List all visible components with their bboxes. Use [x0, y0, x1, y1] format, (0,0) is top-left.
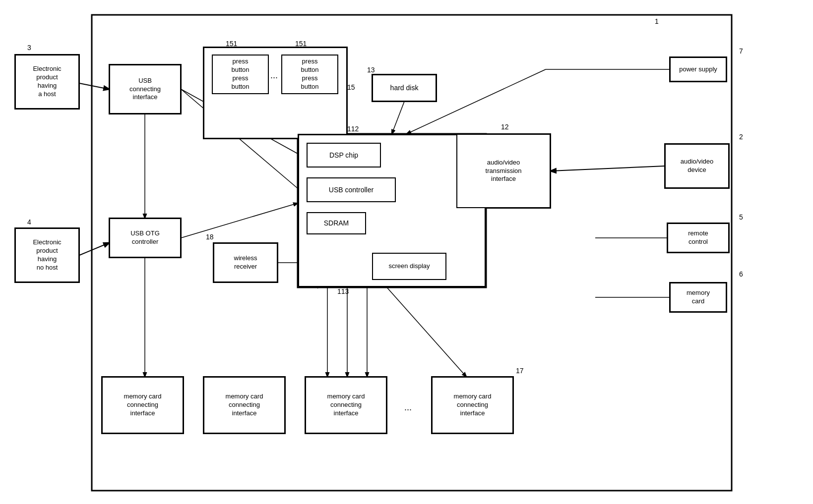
ref-2-label: 2	[739, 133, 743, 141]
ref-151a-label: 151	[226, 40, 237, 48]
power-supply-box: power supply	[670, 57, 727, 82]
press-button-group: pressbuttonpressbutton pressbuttonpressb…	[203, 47, 347, 139]
dsp-chip-box: DSP chip	[307, 143, 381, 168]
svg-line-36	[551, 166, 665, 171]
ref-3-label: 3	[27, 44, 31, 52]
usb-otg-controller-box: USB OTGcontroller	[109, 218, 181, 258]
svg-line-29	[79, 243, 109, 255]
usb-controller-box: USB controller	[307, 177, 396, 202]
wireless-receiver-box: wirelessreceiver	[213, 243, 278, 282]
svg-line-45	[387, 287, 466, 377]
ref-12-label: 12	[501, 123, 509, 131]
ref-113-label: 113	[337, 287, 349, 295]
ref-4-label: 4	[27, 218, 31, 226]
ref-17-label: 17	[516, 367, 524, 375]
ref-6-label: 6	[739, 270, 743, 278]
memory-card-interface-3-box: memory cardconnectinginterface	[305, 377, 387, 434]
memory-card-box: memorycard	[670, 282, 727, 312]
svg-text:...: ...	[404, 402, 412, 412]
screen-display-box: screen display	[372, 253, 446, 280]
remote-control-box: remotecontrol	[667, 223, 729, 253]
ref-1-label: 1	[655, 17, 659, 25]
memory-card-interface-1-box: memory cardconnectinginterface	[102, 377, 184, 434]
diagram-container: ... ... 1 2 3 4 5 6 7 11 12 13 14 15 16 …	[0, 0, 813, 504]
electronic-product-nohost-box: Electronicproducthavingno host	[15, 228, 79, 282]
audio-video-transmission-box: audio/videotransmissioninterface	[456, 134, 551, 208]
ref-112-label: 112	[347, 125, 359, 133]
ref-15-label: 15	[347, 83, 355, 91]
svg-line-33	[392, 102, 404, 134]
usb-connecting-interface-box: USBconnectinginterface	[109, 64, 181, 114]
ref-18-label: 18	[206, 233, 214, 241]
svg-line-26	[79, 83, 109, 89]
audio-video-device-box: audio/videodevice	[665, 144, 729, 188]
svg-line-31	[181, 203, 298, 238]
ref-151b-label: 151	[295, 40, 307, 48]
memory-card-interface-2-box: memory cardconnectinginterface	[203, 377, 285, 434]
sdram-box: SDRAM	[307, 212, 366, 234]
ref-13-label: 13	[367, 66, 375, 74]
ref-5-label: 5	[739, 213, 743, 221]
dots-press-btn: ...	[270, 70, 278, 81]
ref-7-label: 7	[739, 47, 743, 55]
electronic-product-host-box: Electronicproducthavinga host	[15, 55, 79, 109]
press-button-tr[interactable]: pressbuttonpressbutton	[281, 55, 338, 94]
memory-card-interface-4-box: memory cardconnectinginterface	[432, 377, 513, 434]
hard-disk-box: hard disk	[372, 74, 437, 102]
press-button-tl[interactable]: pressbuttonpressbutton	[212, 55, 269, 94]
